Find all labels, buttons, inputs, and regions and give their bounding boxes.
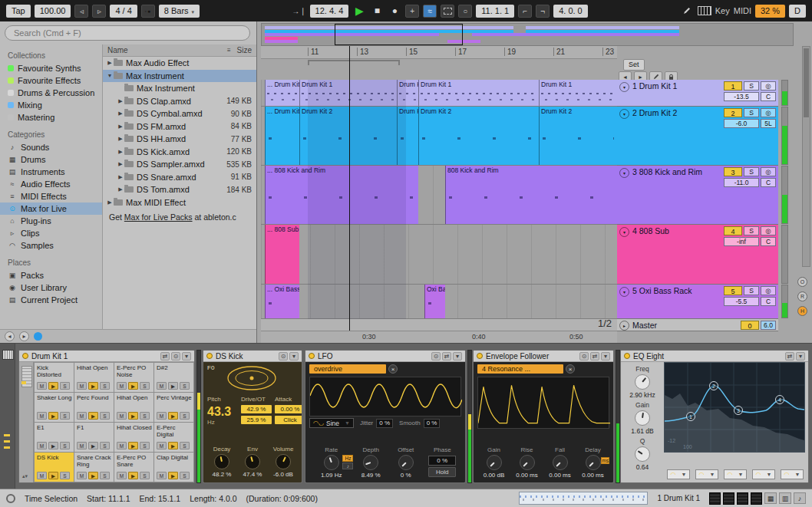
key-map-button[interactable]: Key [715, 6, 730, 15]
pattern-thumbnail[interactable] [737, 492, 748, 505]
browser-row-ds-fm-amxd[interactable]: ▶DS FM.amxd84 KB [103, 120, 256, 133]
pad-mute-button[interactable]: M [117, 382, 127, 390]
master-pan-display[interactable]: 6.0 [761, 321, 776, 330]
sync-mode-toggle[interactable]: ♪ [342, 463, 353, 469]
browser-row-ds-hh-amxd[interactable]: ▶DS HH.amxd77 KB [103, 133, 256, 146]
clip[interactable]: ... 808 Sub [265, 225, 299, 284]
clip[interactable]: ... Drum Kit [265, 80, 299, 106]
note-view-icon[interactable]: ♪ [794, 492, 806, 504]
click-toggle[interactable]: Click [275, 416, 302, 424]
clip[interactable]: 808 Kick and Rim [445, 166, 617, 224]
browser-list-header[interactable]: Name ≡ Size [103, 44, 256, 57]
pitch-value[interactable]: 43.3 [207, 405, 238, 419]
device-title-bar[interactable]: Drum Kit 1 ⇄⊙▾ [19, 351, 194, 362]
pad-mute-button[interactable]: M [117, 442, 127, 449]
mapped-parameter[interactable]: 4 Resonance ... [477, 364, 563, 374]
track-header-4[interactable]: ▾4 808 Sub4S◎-infC [617, 225, 778, 285]
arrangement-overview[interactable] [261, 23, 794, 46]
beat-time-ruler[interactable]: 11131517192123 [261, 46, 617, 59]
pad-solo-button[interactable]: S [60, 442, 70, 449]
device-on-led[interactable] [477, 353, 483, 359]
mapped-parameter[interactable]: overdrive [309, 364, 386, 374]
pad-mute-button[interactable]: M [117, 472, 127, 479]
stop-button[interactable]: ■ [370, 5, 384, 18]
pad-scroll-arrows[interactable]: ▴▾ [22, 473, 28, 479]
fall-knob[interactable] [553, 455, 568, 470]
sidebar-item-drums[interactable]: ▦Drums [0, 153, 102, 166]
arm-button[interactable]: ◎ [761, 108, 776, 117]
drum-pad-perc-vintage[interactable]: Perc VintageM▶S [154, 393, 193, 422]
device-title-bar[interactable]: LFO ⊙⇄▾ [305, 351, 465, 362]
band-filter-select-4[interactable]: ◠▼ [752, 469, 775, 479]
q-value[interactable]: 0.64 [621, 463, 664, 471]
sort-icon[interactable]: ≡ [227, 47, 231, 54]
volume-display[interactable]: -inf [724, 237, 759, 246]
pan-display[interactable]: C [761, 92, 776, 101]
pad-solo-button[interactable]: S [180, 442, 190, 449]
fold-device-icon[interactable]: ▾ [182, 352, 191, 360]
browser-row-ds-cymbal-amxd[interactable]: ▶DS Cymbal.amxd90 KB [103, 107, 256, 120]
clip[interactable]: Drum Kit 2 [299, 107, 397, 165]
drum-pad-e-perc-po-snare[interactable]: E-Perc PO SnareM▶S [114, 453, 153, 482]
env-knob[interactable] [245, 454, 260, 469]
unmap-button[interactable]: × [566, 364, 575, 374]
drum-pad-perc-found[interactable]: Perc FoundM▶S [74, 393, 114, 422]
decay-knob[interactable] [214, 454, 229, 469]
drum-pad-ds-kick[interactable]: DS KickM▶S [35, 453, 74, 482]
search-input[interactable] [12, 28, 243, 38]
follow-button[interactable]: →❘ [292, 5, 305, 18]
disclosure-arrow-icon[interactable]: ▶ [117, 98, 124, 104]
edit-max-device-icon[interactable]: ⊙ [279, 352, 288, 360]
device-title-bar[interactable]: EQ Eight ⇄▾ [621, 351, 808, 362]
loop-length-display[interactable]: 4. 0. 0 [553, 5, 588, 18]
clip[interactable]: Drum Kit 1 [539, 80, 617, 106]
pad-play-button[interactable]: ▶ [128, 412, 138, 420]
info-view-indicator[interactable] [34, 332, 42, 341]
clip[interactable]: ... Drum Kit [265, 107, 299, 165]
jitter-value[interactable]: 0 % [376, 419, 393, 428]
arm-button[interactable]: ◎ [761, 81, 776, 91]
track-header-1[interactable]: ▾1 Drum Kit 11S◎-13.5C [617, 80, 778, 107]
tempo-display[interactable]: 100.00 [35, 5, 71, 18]
phase-value[interactable]: 0 % [428, 456, 456, 466]
drum-pad-d-2[interactable]: D#2M▶S [154, 363, 193, 392]
volume-display[interactable]: -13.5 [724, 92, 759, 101]
clip[interactable]: Drum K [397, 107, 418, 165]
clip[interactable]: ... Oxi Bass [265, 285, 299, 318]
device-on-led[interactable] [22, 353, 28, 359]
output-mode-select[interactable]: ◠▼ [781, 469, 804, 479]
fold-device-icon[interactable]: ▾ [796, 352, 805, 360]
arrangement-position-display[interactable]: 12. 4. 4 [310, 5, 349, 18]
pad-play-button[interactable]: ▶ [88, 442, 98, 449]
disclosure-arrow-icon[interactable]: ▶ [117, 186, 124, 193]
pad-solo-button[interactable]: S [140, 412, 150, 420]
nudge-up-button[interactable]: ▹ [92, 5, 106, 18]
pad-mute-button[interactable]: M [37, 442, 47, 449]
drum-pad-e-perc-po-noise[interactable]: E-Perc PO NoiseM▶S [114, 363, 153, 392]
solo-button[interactable]: S [744, 167, 759, 176]
browser-row-ds-kick-amxd[interactable]: ▶DS Kick.amxd120 KB [103, 146, 256, 159]
pan-display[interactable]: C [761, 297, 776, 306]
pad-mute-button[interactable]: M [37, 382, 47, 390]
solo-button[interactable]: S [744, 81, 759, 91]
pad-mute-button[interactable]: M [77, 442, 87, 449]
record-button[interactable]: ● [388, 5, 401, 18]
side-toggle-o[interactable]: O [797, 277, 807, 287]
chain-select-tick[interactable] [4, 446, 10, 449]
disclosure-arrow-icon[interactable]: ▶ [117, 123, 124, 130]
clip[interactable]: Drum Kit 1 [418, 80, 539, 106]
q-knob[interactable] [635, 446, 650, 462]
pad-play-button[interactable]: ▶ [88, 412, 98, 420]
track-lanes[interactable]: ... Drum KitDrum Kit 1Drum KDrum Kit 1Dr… [261, 80, 617, 331]
volume-knob[interactable] [276, 454, 291, 469]
disclosure-arrow-icon[interactable]: ▶ [106, 199, 114, 206]
pad-play-button[interactable]: ▶ [168, 472, 178, 479]
drum-pad-hihat-closed[interactable]: Hihat ClosedM▶S [114, 423, 153, 452]
track-header-3[interactable]: ▾3 808 Kick and Rim3S◎-11.0C [617, 166, 778, 225]
link-text[interactable]: Max for Live Packs [124, 212, 193, 222]
side-toggle-h[interactable]: H [797, 306, 807, 316]
pad-solo-button[interactable]: S [180, 412, 190, 420]
search-field[interactable] [5, 25, 250, 41]
hold-button[interactable]: Hold [428, 467, 456, 477]
punch-out-button[interactable]: ¬ [536, 5, 550, 18]
